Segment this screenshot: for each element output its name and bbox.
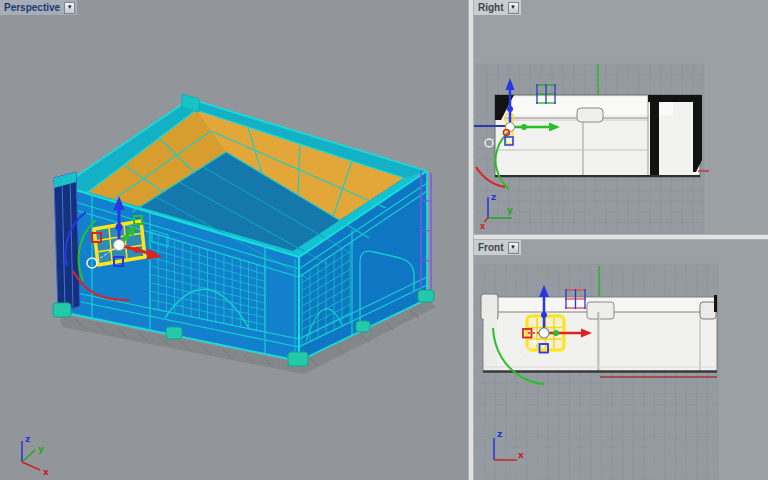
viewport-splitter-horizontal[interactable] [474, 234, 768, 240]
gumball-y-dot[interactable] [553, 330, 559, 336]
viewport-tab-front[interactable]: Front ▼ [474, 240, 521, 255]
viewport-title-front: Front [478, 240, 504, 255]
crate-model-right-view[interactable] [495, 95, 702, 177]
viewport-tab-right[interactable]: Right ▼ [474, 0, 521, 15]
axis-x-label: x [43, 467, 49, 477]
viewport-splitter-vertical[interactable] [468, 0, 474, 480]
axis-x-label: x [518, 450, 524, 460]
viewport-perspective[interactable]: z y x Perspective ▼ [0, 0, 468, 480]
viewport-menu-button[interactable]: ▼ [508, 2, 519, 14]
axis-indicator: z y x [22, 434, 49, 477]
viewport-menu-button[interactable]: ▼ [64, 2, 75, 14]
viewport-right[interactable]: z y x Right ▼ [474, 0, 768, 234]
perspective-canvas[interactable]: z y x [0, 0, 468, 480]
axis-z-label: z [491, 192, 496, 202]
axis-y-label: y [507, 205, 513, 215]
gumball-origin-handle[interactable] [539, 328, 549, 338]
front-canvas[interactable]: z x [474, 240, 768, 480]
gumball-origin-handle[interactable] [114, 240, 125, 251]
viewport-menu-button[interactable]: ▼ [508, 242, 519, 254]
cad-window: z y x Perspective ▼ [0, 0, 768, 480]
viewport-title-right: Right [478, 0, 504, 15]
chevron-down-icon: ▼ [510, 0, 516, 15]
chevron-down-icon: ▼ [67, 0, 73, 15]
axis-z-label: z [25, 434, 30, 444]
viewport-tab-perspective[interactable]: Perspective ▼ [0, 0, 77, 15]
viewport-title-perspective: Perspective [4, 0, 60, 15]
crate-model-front-view[interactable] [481, 294, 717, 372]
axis-x-label: x [480, 222, 486, 231]
axis-y-label: y [38, 444, 44, 454]
right-canvas[interactable]: z y x [474, 0, 768, 234]
chevron-down-icon: ▼ [510, 240, 516, 255]
viewport-front[interactable]: z x Front ▼ [474, 240, 768, 480]
axis-z-label: z [497, 429, 502, 439]
